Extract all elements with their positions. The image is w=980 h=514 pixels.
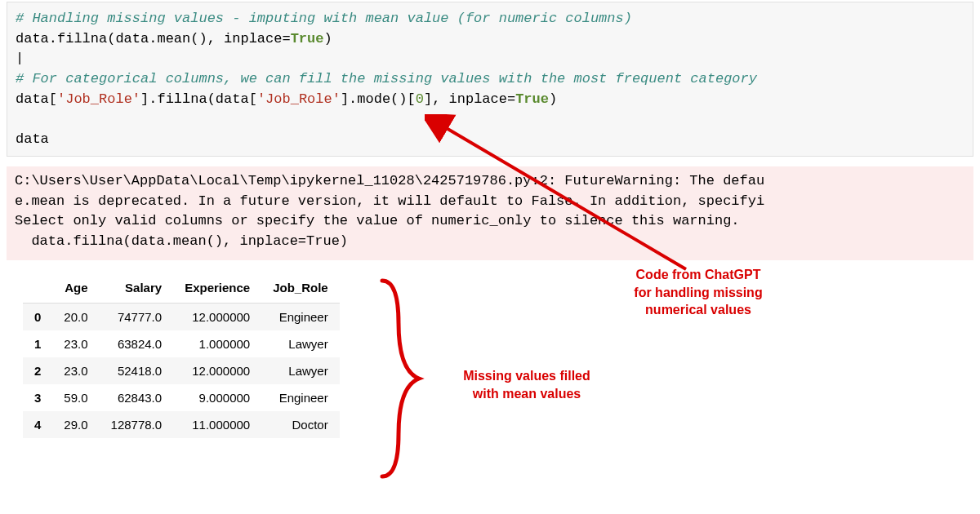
table-row: 0 20.0 74777.0 12.000000 Engineer	[23, 304, 340, 331]
cell-role: Lawyer	[261, 357, 340, 384]
row-index: 0	[23, 304, 52, 331]
table-row: 2 23.0 52418.0 12.000000 Lawyer	[23, 357, 340, 384]
col-header-salary: Salary	[100, 274, 174, 304]
code-line-2a: data[	[16, 91, 57, 107]
warning-output: C:\Users\User\AppData\Local\Temp\ipykern…	[7, 166, 973, 260]
cell-role: Engineer	[261, 384, 340, 411]
warn-line-4: data.fillna(data.mean(), inplace=True)	[15, 233, 348, 249]
cell-salary: 52418.0	[100, 357, 174, 384]
code-line-1a: data.fillna(data.mean(), inplace=	[16, 31, 291, 47]
row-index: 2	[23, 357, 52, 384]
code-keyword-true-1: True	[291, 31, 324, 47]
dataframe-output: Age Salary Experience Job_Role 0 20.0 74…	[23, 274, 340, 438]
warn-line-2: e.mean is deprecated. In a future versio…	[15, 193, 764, 209]
code-number-zero: 0	[416, 91, 424, 107]
curly-brace-icon	[374, 274, 431, 483]
row-index: 1	[23, 330, 52, 357]
cell-age: 23.0	[52, 357, 99, 384]
cell-salary: 128778.0	[100, 411, 174, 438]
cell-salary: 62843.0	[100, 384, 174, 411]
code-line-2b: ].fillna(data[	[140, 91, 257, 107]
cell-role: Doctor	[261, 411, 340, 438]
row-index: 4	[23, 411, 52, 438]
cell-exp: 9.000000	[173, 384, 261, 411]
code-line-2c: ].mode()[	[341, 91, 416, 107]
row-index: 3	[23, 384, 52, 411]
code-cell[interactable]: # Handling missing values - imputing wit…	[7, 2, 973, 157]
cell-salary: 74777.0	[100, 304, 174, 331]
code-comment-2: # For categorical columns, we can fill t…	[16, 71, 757, 86]
cell-age: 20.0	[52, 304, 99, 331]
code-line-1b: )	[323, 31, 332, 47]
code-line-2d: ], inplace=	[424, 91, 515, 107]
warn-line-1: C:\Users\User\AppData\Local\Temp\ipykern…	[15, 173, 764, 188]
cell-age: 23.0	[52, 330, 99, 357]
cell-age: 59.0	[52, 384, 99, 411]
code-keyword-true-2: True	[515, 91, 549, 107]
cell-age: 29.0	[52, 411, 99, 438]
table-row: 4 29.0 128778.0 11.000000 Doctor	[23, 411, 340, 438]
col-header-experience: Experience	[173, 274, 261, 304]
table-row: 3 59.0 62843.0 9.000000 Engineer	[23, 384, 340, 411]
cell-role: Lawyer	[261, 330, 340, 357]
code-string-1: 'Job_Role'	[57, 91, 140, 107]
index-header	[23, 274, 52, 304]
code-line-2e: )	[549, 91, 557, 107]
cell-exp: 12.000000	[173, 357, 261, 384]
cell-role: Engineer	[261, 304, 340, 331]
text-cursor: |	[16, 51, 24, 66]
annotation-mean-filled: Missing values filledwith mean values	[441, 367, 612, 402]
col-header-age: Age	[52, 274, 99, 304]
col-header-jobrole: Job_Role	[261, 274, 340, 304]
cell-exp: 12.000000	[173, 304, 261, 331]
cell-exp: 11.000000	[173, 411, 261, 438]
warn-line-3: Select only valid columns or specify the…	[15, 213, 740, 228]
code-line-3: data	[16, 131, 49, 147]
cell-exp: 1.000000	[173, 330, 261, 357]
annotation-text: Missing values filledwith mean values	[463, 369, 590, 401]
annotation-text: Code from ChatGPTfor handling missingnum…	[634, 268, 762, 317]
table-header-row: Age Salary Experience Job_Role	[23, 274, 340, 304]
table-row: 1 23.0 63824.0 1.000000 Lawyer	[23, 330, 340, 357]
annotation-chatgpt-code: Code from ChatGPTfor handling missingnum…	[604, 266, 792, 319]
code-comment-1: # Handling missing values - imputing wit…	[16, 11, 632, 26]
cell-salary: 63824.0	[100, 330, 174, 357]
code-string-2: 'Job_Role'	[257, 91, 341, 107]
